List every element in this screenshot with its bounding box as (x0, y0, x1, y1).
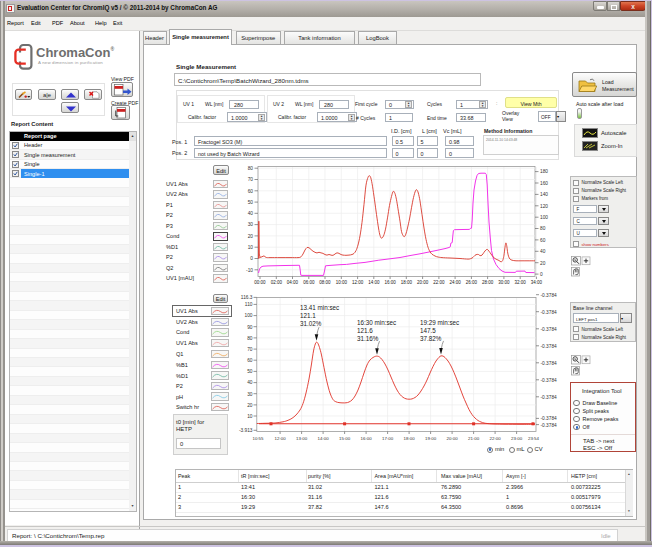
svg-text:20: 20 (248, 234, 254, 239)
svg-text:24:00: 24:00 (449, 280, 461, 285)
svg-text:10:55: 10:55 (253, 436, 265, 441)
svg-text:40: 40 (540, 249, 546, 254)
svg-text:20:00: 20:00 (417, 280, 429, 285)
svg-text:20: 20 (540, 261, 546, 266)
svg-text:28:00: 28:00 (482, 280, 494, 285)
svg-text:70: 70 (247, 347, 253, 352)
svg-text:-0.3784: -0.3784 (541, 293, 558, 298)
svg-text:-0.3784: -0.3784 (541, 395, 558, 400)
svg-text:60: 60 (247, 358, 253, 363)
svg-text:15:00: 15:00 (339, 436, 351, 441)
svg-text:121.1: 121.1 (300, 312, 316, 319)
svg-text:23:00: 23:00 (511, 436, 523, 441)
svg-text:37.82%: 37.82% (420, 335, 442, 342)
svg-text:31.16%: 31.16% (357, 335, 379, 342)
svg-text:100: 100 (540, 215, 548, 220)
svg-text:17:00: 17:00 (382, 436, 394, 441)
svg-text:30: 30 (248, 222, 254, 227)
svg-text:22:00: 22:00 (490, 436, 502, 441)
svg-text:19:29 min:sec: 19:29 min:sec (420, 319, 459, 326)
svg-text:10:00: 10:00 (336, 280, 348, 285)
svg-text:90: 90 (247, 325, 253, 330)
svg-text:18:00: 18:00 (401, 280, 413, 285)
svg-text:26:00: 26:00 (466, 280, 478, 285)
svg-text:21:00: 21:00 (468, 436, 480, 441)
svg-text:22:00: 22:00 (433, 280, 445, 285)
svg-text:10: 10 (247, 414, 253, 419)
svg-text:06:00: 06:00 (303, 280, 315, 285)
svg-text:34:00: 34:00 (531, 280, 543, 285)
svg-text:19:00: 19:00 (425, 436, 437, 441)
svg-text:12:00: 12:00 (275, 436, 287, 441)
svg-text:60: 60 (540, 238, 546, 243)
svg-text:12:00: 12:00 (352, 280, 364, 285)
svg-text:100: 100 (244, 313, 252, 318)
svg-text:08:00: 08:00 (319, 280, 331, 285)
svg-text:116.3: 116.3 (241, 295, 253, 300)
svg-text:31.02%: 31.02% (300, 320, 322, 327)
svg-text:14:00: 14:00 (318, 436, 330, 441)
svg-text:160: 160 (540, 181, 548, 186)
svg-text:-0.3784: -0.3784 (541, 344, 558, 349)
svg-text:02:00: 02:00 (271, 280, 283, 285)
svg-text:30:00: 30:00 (498, 280, 510, 285)
svg-text:40: 40 (247, 380, 253, 385)
svg-text:0: 0 (540, 272, 543, 277)
svg-text:18:00: 18:00 (404, 436, 416, 441)
svg-text:50: 50 (247, 369, 253, 374)
svg-text:121.6: 121.6 (357, 327, 373, 334)
svg-text:-0.3784: -0.3784 (541, 310, 558, 315)
svg-text:80: 80 (247, 336, 253, 341)
svg-text:13.41 min:sec: 13.41 min:sec (300, 304, 339, 311)
svg-text:20: 20 (247, 403, 253, 408)
svg-text:70: 70 (248, 177, 254, 182)
svg-text:-0.3784: -0.3784 (541, 378, 558, 383)
svg-text:23:54: 23:54 (528, 436, 540, 441)
svg-text:14:00: 14:00 (368, 280, 380, 285)
svg-text:16:30 min:sec: 16:30 min:sec (357, 319, 396, 326)
svg-text:80: 80 (540, 226, 546, 231)
svg-text:04:00: 04:00 (287, 280, 299, 285)
svg-text:-0.3784: -0.3784 (541, 416, 558, 421)
svg-text:147.5: 147.5 (420, 327, 436, 334)
svg-text:16:00: 16:00 (361, 436, 373, 441)
svg-text:13:00: 13:00 (296, 436, 308, 441)
svg-text:10: 10 (248, 245, 254, 250)
svg-text:180: 180 (540, 169, 548, 174)
svg-text:-0.3784: -0.3784 (541, 361, 558, 366)
svg-text:16:00: 16:00 (384, 280, 396, 285)
svg-text:-0.3784: -0.3784 (541, 423, 558, 428)
svg-text:30: 30 (247, 392, 253, 397)
svg-text:50: 50 (248, 200, 254, 205)
svg-text:20:00: 20:00 (447, 436, 459, 441)
svg-text:80: 80 (248, 166, 254, 171)
svg-text:140: 140 (540, 192, 548, 197)
svg-text:-10: -10 (246, 268, 253, 273)
svg-text:120: 120 (540, 204, 548, 209)
svg-text:32:00: 32:00 (515, 280, 527, 285)
svg-text:0: 0 (250, 256, 253, 261)
svg-text:40: 40 (248, 211, 254, 216)
svg-text:-0.3784: -0.3784 (541, 327, 558, 332)
svg-text:110: 110 (245, 302, 253, 307)
svg-text:00:00: 00:00 (254, 280, 266, 285)
svg-text:60: 60 (248, 189, 254, 194)
svg-text:-3.913: -3.913 (239, 428, 253, 433)
